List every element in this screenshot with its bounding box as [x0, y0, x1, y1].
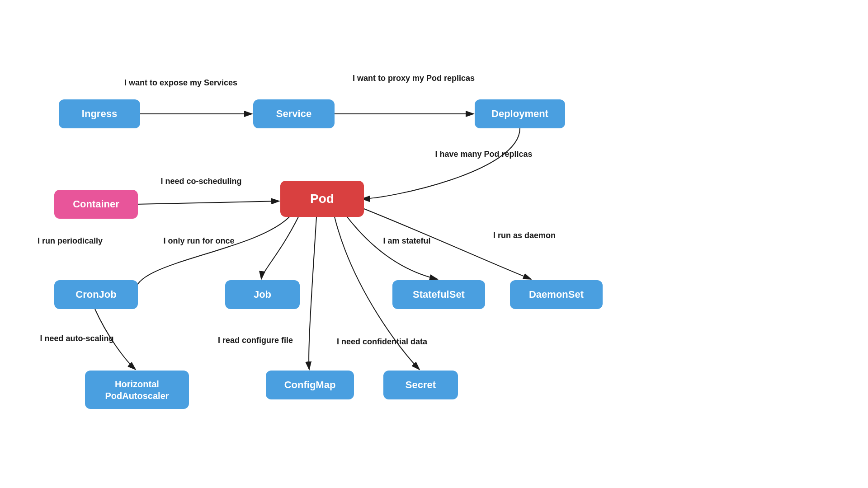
node-secret: Secret [383, 371, 458, 399]
label-pod-daemonset: I run as daemon [475, 230, 574, 241]
label-pod-secret: I need confidential data [321, 337, 443, 347]
node-configmap: ConfigMap [266, 371, 354, 399]
label-ingress-service: I want to expose my Services [122, 78, 240, 88]
node-statefulset: StatefulSet [392, 280, 485, 309]
label-deployment-pod: I have many Pod replicas [420, 149, 547, 160]
label-cronjob-hpa: I need auto-scaling [27, 333, 127, 344]
label-container-pod: I need co-scheduling [138, 176, 264, 187]
node-container: Container [54, 190, 138, 219]
node-pod: Pod [280, 181, 364, 217]
arrow-pod-job [261, 217, 298, 279]
diagram: Ingress Service Deployment Container Pod… [0, 0, 868, 488]
label-pod-statefulset: I am stateful [362, 236, 452, 246]
node-ingress: Ingress [59, 99, 140, 128]
label-pod-cronjob: I run periodically [20, 236, 120, 246]
node-service: Service [253, 99, 335, 128]
arrow-container-pod [136, 201, 279, 204]
label-pod-job: I only run for once [147, 236, 251, 246]
node-job: Job [225, 280, 300, 309]
label-service-deployment: I want to proxy my Pod replicas [344, 73, 484, 84]
label-job-configmap: I read configure file [203, 335, 307, 346]
node-daemonset: DaemonSet [510, 280, 603, 309]
node-deployment: Deployment [475, 99, 565, 128]
node-hpa: Horizontal PodAutoscaler [85, 371, 189, 409]
node-cronjob: CronJob [54, 280, 138, 309]
arrow-pod-configmap [309, 217, 316, 370]
arrow-deployment-pod [362, 128, 520, 199]
